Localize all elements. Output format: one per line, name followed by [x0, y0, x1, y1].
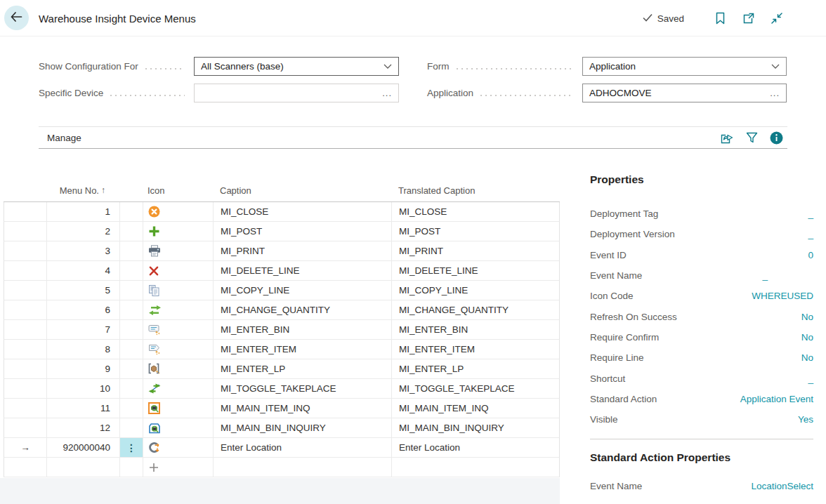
icon-cell[interactable] — [143, 320, 214, 339]
row-ellipsis-menu[interactable]: ⋮ — [120, 438, 143, 457]
new-row-plus-cell[interactable] — [143, 458, 214, 477]
menu-no-cell[interactable] — [47, 458, 120, 477]
filter-icon[interactable] — [746, 132, 758, 143]
assist-edit-icon[interactable]: ... — [382, 88, 392, 98]
caption-cell[interactable]: MI_ENTER_ITEM — [214, 340, 392, 359]
row-menu-cell[interactable] — [120, 300, 143, 319]
row-indicator-cell[interactable]: → — [4, 438, 47, 457]
manage-menu-button[interactable]: Manage — [47, 133, 81, 143]
row-menu-cell[interactable] — [120, 222, 143, 241]
menu-no-cell[interactable]: 6 — [47, 300, 120, 319]
icon-cell[interactable] — [143, 202, 214, 221]
menu-no-cell[interactable]: 12 — [47, 418, 120, 437]
row-menu-cell[interactable] — [120, 261, 143, 280]
row-indicator-cell[interactable] — [4, 281, 47, 300]
column-header-icon[interactable]: Icon — [143, 179, 213, 201]
translated-caption-cell[interactable]: MI_CLOSE — [392, 202, 560, 221]
row-indicator-cell[interactable] — [4, 379, 47, 398]
row-indicator-cell[interactable] — [4, 222, 47, 241]
translated-caption-cell[interactable]: MI_COPY_LINE — [392, 281, 560, 300]
menu-no-cell[interactable]: 5 — [47, 281, 120, 300]
icon-cell[interactable] — [143, 379, 214, 398]
property-value[interactable]: WHEREUSED — [752, 291, 813, 301]
icon-cell[interactable] — [143, 399, 214, 418]
caption-cell[interactable]: MI_CHANGE_QUANTITY — [214, 300, 392, 319]
info-icon[interactable] — [770, 131, 783, 145]
menu-no-cell[interactable]: 11 — [47, 399, 120, 418]
open-in-new-window-icon[interactable] — [742, 13, 754, 24]
row-menu-cell[interactable] — [120, 379, 143, 398]
icon-cell[interactable] — [143, 300, 214, 319]
icon-cell[interactable] — [143, 222, 214, 241]
property-value[interactable]: LocationSelect — [751, 481, 813, 491]
property-value[interactable]: 0 — [808, 250, 813, 260]
row-indicator-cell[interactable] — [4, 320, 47, 339]
row-indicator-cell[interactable] — [4, 359, 47, 378]
row-menu-cell[interactable] — [120, 202, 143, 221]
row-indicator-cell[interactable] — [4, 241, 47, 260]
translated-caption-cell[interactable]: MI_ENTER_LP — [392, 359, 560, 378]
caption-cell[interactable]: MI_PRINT — [214, 241, 392, 260]
row-menu-cell[interactable] — [120, 359, 143, 378]
caption-cell[interactable]: Enter Location — [214, 438, 392, 457]
menu-no-cell[interactable]: 1 — [47, 202, 120, 221]
icon-cell[interactable] — [143, 418, 214, 437]
row-menu-cell[interactable] — [120, 418, 143, 437]
translated-caption-cell[interactable]: MI_DELETE_LINE — [392, 261, 560, 280]
translated-caption-cell[interactable] — [392, 458, 560, 477]
row-indicator-cell[interactable] — [4, 399, 47, 418]
property-value[interactable]: _ — [808, 373, 813, 384]
translated-caption-cell[interactable]: MI_ENTER_ITEM — [392, 340, 560, 359]
translated-caption-cell[interactable]: MI_MAIN_ITEM_INQ — [392, 399, 560, 418]
form-select[interactable]: Application — [582, 57, 787, 76]
row-menu-cell[interactable] — [120, 281, 143, 300]
caption-cell[interactable] — [214, 458, 392, 477]
translated-caption-cell[interactable]: MI_ENTER_BIN — [392, 320, 560, 339]
specific-device-field[interactable]: ... — [194, 84, 399, 102]
menu-no-cell[interactable]: 8 — [47, 340, 120, 359]
row-indicator-cell[interactable] — [4, 418, 47, 437]
menu-no-cell[interactable]: 10 — [47, 379, 120, 398]
menu-no-cell[interactable]: 2 — [47, 222, 120, 241]
assist-edit-icon[interactable]: ... — [770, 88, 780, 98]
caption-cell[interactable]: MI_POST — [214, 222, 392, 241]
chevron-down-icon[interactable] — [771, 61, 780, 72]
row-indicator-cell[interactable] — [4, 202, 47, 221]
caption-cell[interactable]: MI_CLOSE — [214, 202, 392, 221]
translated-caption-cell[interactable]: MI_POST — [392, 222, 560, 241]
icon-cell[interactable] — [143, 438, 214, 457]
show-configuration-for-select[interactable]: All Scanners (base) — [194, 57, 399, 76]
collapse-icon[interactable] — [771, 13, 782, 24]
caption-cell[interactable]: MI_ENTER_LP — [214, 359, 392, 378]
menu-no-cell[interactable]: 7 — [47, 320, 120, 339]
column-header-caption[interactable]: Caption — [213, 179, 391, 201]
caption-cell[interactable]: MI_ENTER_BIN — [214, 320, 392, 339]
menu-no-cell[interactable]: 4 — [47, 261, 120, 280]
column-header-translated-caption[interactable]: Translated Caption — [391, 179, 560, 201]
row-menu-cell[interactable] — [120, 399, 143, 418]
property-value[interactable]: _ — [762, 270, 768, 281]
caption-cell[interactable]: MI_MAIN_ITEM_INQ — [214, 399, 392, 418]
bookmark-icon[interactable] — [715, 12, 726, 25]
translated-caption-cell[interactable]: MI_MAIN_BIN_INQUIRY — [392, 418, 560, 437]
back-button[interactable] — [4, 6, 29, 30]
caption-cell[interactable]: MI_MAIN_BIN_INQUIRY — [214, 418, 392, 437]
property-value[interactable]: _ — [808, 208, 813, 219]
chevron-down-icon[interactable] — [383, 61, 392, 72]
icon-cell[interactable] — [143, 241, 214, 260]
translated-caption-cell[interactable]: Enter Location — [392, 438, 560, 457]
caption-cell[interactable]: MI_COPY_LINE — [214, 281, 392, 300]
icon-cell[interactable] — [143, 261, 214, 280]
caption-cell[interactable]: MI_DELETE_LINE — [214, 261, 392, 280]
translated-caption-cell[interactable]: MI_PRINT — [392, 241, 560, 260]
row-menu-cell[interactable] — [120, 241, 143, 260]
property-value[interactable]: No — [801, 352, 813, 363]
row-indicator-cell[interactable] — [4, 261, 47, 280]
menu-no-cell[interactable]: 9 — [47, 359, 120, 378]
menu-no-cell[interactable]: 3 — [47, 241, 120, 260]
application-field[interactable]: ADHOCMOVE ... — [582, 84, 787, 102]
caption-cell[interactable]: MI_TOGGLE_TAKEPLACE — [214, 379, 392, 398]
property-value[interactable]: No — [801, 312, 813, 322]
property-value[interactable]: _ — [808, 229, 813, 239]
menu-no-cell[interactable]: 920000040 — [47, 438, 120, 457]
